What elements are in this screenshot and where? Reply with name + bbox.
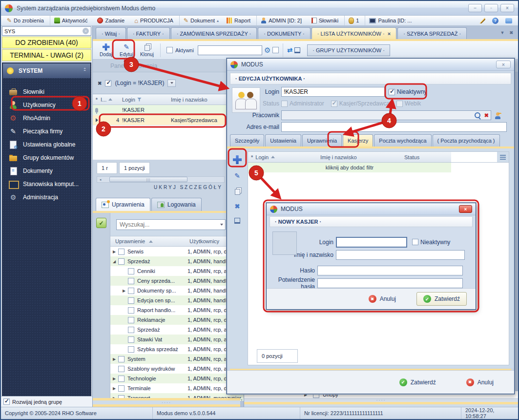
sidebar-item[interactable]: Słowniki [2, 85, 91, 98]
collapse-chevron-icon[interactable] [83, 69, 86, 73]
column-permission[interactable]: Uprawnienie [110, 238, 187, 244]
toolbar-item[interactable]: Dokument ▴ [179, 16, 223, 25]
sidebar-item[interactable]: Grupy dokumentów [2, 151, 91, 164]
sidebar-item[interactable]: Dokumenty [2, 164, 91, 177]
filter-enabled-checkbox[interactable] [105, 80, 111, 86]
login-field[interactable] [336, 237, 407, 248]
tree-expander-icon[interactable]: ▶ [110, 357, 118, 361]
worker-field[interactable] [281, 110, 491, 120]
permission-checkbox[interactable] [128, 307, 134, 314]
option-checkbox[interactable] [272, 47, 279, 53]
dialog-close-button[interactable] [496, 61, 511, 68]
document-tab[interactable]: · SZYBKA SPRZEDAŻ · [397, 27, 467, 39]
permission-checkbox[interactable] [118, 385, 125, 392]
tree-expander-icon[interactable]: ◢ [110, 259, 118, 264]
toolbar-item[interactable]: Aktywność [50, 16, 94, 25]
permission-checkbox[interactable] [128, 346, 134, 353]
permission-checkbox[interactable] [118, 366, 125, 372]
toolbar-item[interactable]: Zadanie [93, 16, 130, 25]
maximize-button[interactable] [484, 4, 498, 12]
sidebar-item[interactable]: Pieczątka firmy [2, 125, 91, 138]
user-groups-button[interactable]: · GRUPY UŻYTKOWNIKÓW · [307, 44, 390, 56]
ink-icon[interactable] [479, 18, 485, 23]
chat-icon[interactable] [505, 18, 512, 23]
combo-dropdown-icon[interactable] [218, 224, 225, 226]
add-kasjer-icon[interactable] [233, 155, 242, 164]
permission-search-input[interactable] [117, 221, 218, 228]
filter-funnel-icon[interactable] [137, 98, 142, 102]
bottom-splitter-left[interactable] [93, 398, 240, 407]
toolbar-item[interactable]: Raport [223, 16, 256, 25]
gear-icon[interactable] [264, 46, 270, 55]
toolbar-item[interactable]: ADMIN [ID: 2] [256, 16, 308, 25]
permission-checkbox[interactable] [118, 376, 125, 382]
add-filter-hint[interactable]: kliknij aby dodać filtr [248, 163, 451, 172]
confirm-button[interactable]: Zatwierdź [399, 378, 436, 386]
email-field[interactable] [281, 122, 507, 132]
remove-filter-icon[interactable] [98, 80, 102, 86]
permission-checkbox[interactable] [118, 249, 125, 255]
detail-tab[interactable]: Logowania [151, 198, 202, 211]
search-icon[interactable] [474, 112, 481, 119]
permission-checkbox[interactable] [128, 288, 134, 294]
sidebar-item[interactable]: Ustawienia globalne [2, 138, 91, 151]
quick-search-input[interactable] [198, 45, 262, 55]
apply-permissions-button[interactable] [96, 218, 106, 228]
cancel-button[interactable]: Anuluj [369, 295, 396, 303]
status-checkbox[interactable] [396, 101, 403, 107]
login-field[interactable]: !KASJER [281, 87, 385, 97]
dialog-tab[interactable]: Uprawnienia [302, 134, 342, 147]
column-id[interactable]: I... [101, 97, 122, 103]
name-field[interactable] [336, 250, 465, 260]
tree-expander-icon[interactable]: ▶ [120, 289, 128, 293]
active-checkbox[interactable] [166, 47, 173, 53]
kasjerzy-filter-row[interactable]: kliknij aby dodać filtr [248, 163, 509, 172]
filter-dropdown-button[interactable] [167, 80, 176, 87]
dialog-tab[interactable]: ( Poczta przychodząca ) [433, 134, 500, 147]
toolbar-item[interactable]: 1 [344, 16, 365, 25]
tab-scroll-down-icon[interactable]: ▼ [500, 30, 505, 35]
tab-close-icon[interactable] [388, 31, 391, 37]
help-icon[interactable] [492, 18, 498, 24]
password-field[interactable] [317, 266, 463, 275]
tab-list-close-icon[interactable]: ✖ [509, 30, 513, 35]
sidebar-item[interactable]: Użytkownicy [2, 98, 91, 111]
document-tab[interactable]: · Witaj · [96, 27, 126, 39]
inactive-checkbox[interactable] [412, 239, 418, 245]
todo-button[interactable]: DO ZROBIENIA (40) [2, 37, 91, 48]
column-chooser-icon[interactable] [500, 155, 506, 160]
dialog-tab[interactable]: Szczegóły [230, 134, 264, 147]
status-checkbox[interactable] [331, 101, 337, 107]
clone-button[interactable]: Klonuj [138, 42, 156, 59]
status-checkbox[interactable] [281, 101, 288, 107]
layout-icon[interactable] [294, 47, 300, 53]
document-tab[interactable]: · DOKUMENTY · [258, 27, 311, 39]
clone-kasjer-icon[interactable] [235, 189, 240, 195]
scrollbar-thumb[interactable] [109, 177, 187, 182]
sidebar-group-header[interactable]: SYSTEM [3, 63, 90, 78]
expand-one-group-checkbox[interactable] [3, 399, 10, 405]
permission-checkbox[interactable] [128, 327, 134, 333]
dialog-close-button[interactable] [459, 205, 472, 213]
permission-checkbox[interactable] [128, 317, 134, 323]
column-name[interactable]: Imię i nazwisko [320, 154, 404, 160]
permission-checkbox[interactable] [128, 336, 134, 343]
horizontal-scrollbar[interactable] [97, 176, 225, 183]
scroll-left-icon[interactable] [97, 177, 104, 182]
toolbar-item[interactable]: Paulina [ID: ... [365, 16, 417, 25]
permission-checkbox[interactable] [118, 258, 125, 265]
close-button[interactable] [500, 4, 514, 12]
toolbar-item[interactable]: Do zrobienia [3, 16, 50, 25]
column-login[interactable]: Login [248, 154, 320, 160]
edit-button[interactable]: Edytuj [117, 42, 136, 59]
toolbar-item[interactable]: PRODUKCJA [130, 16, 179, 25]
tree-expander-icon[interactable]: ▶ [110, 386, 118, 391]
clear-search-icon[interactable] [83, 28, 89, 34]
permission-checkbox[interactable] [128, 297, 134, 304]
inactive-checkbox[interactable] [389, 89, 395, 95]
hide-details-link[interactable]: UKRYJ SZCZEGÓŁY [93, 183, 226, 192]
cancel-button[interactable]: Anuluj [466, 378, 494, 386]
permission-checkbox[interactable] [128, 278, 134, 284]
detail-tab[interactable]: Uprawnienia [96, 198, 150, 211]
dialog-tab[interactable]: Poczta wychodząca [374, 134, 431, 147]
